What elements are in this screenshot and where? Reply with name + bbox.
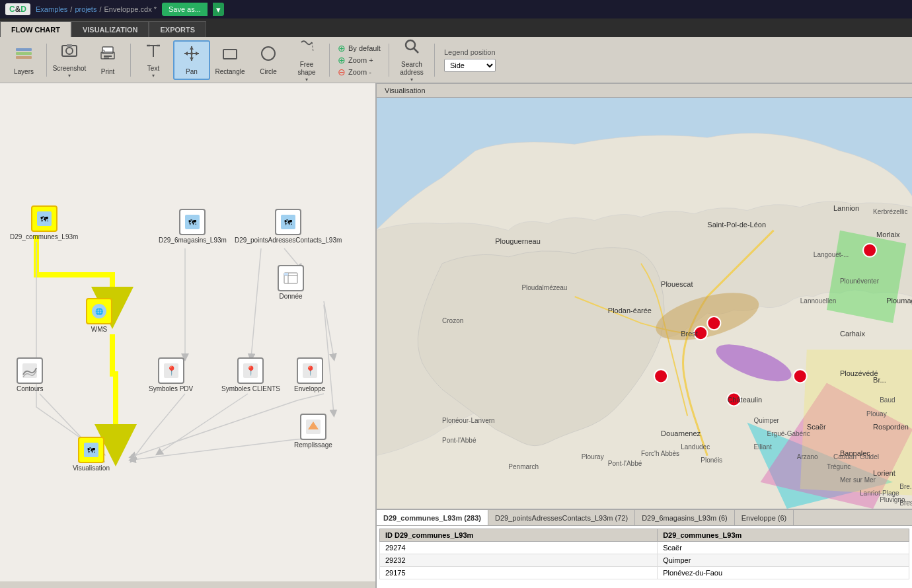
row-id: 29274 (380, 542, 658, 554)
bydefault-button[interactable]: ⊕ By default (338, 43, 381, 54)
row-name: Plonévez-du-Faou (658, 567, 909, 579)
svg-marker-20 (196, 52, 199, 55)
data-tab-enveloppe[interactable]: Enveloppe (6) (735, 510, 794, 525)
text-label: Text (147, 65, 159, 73)
svg-text:Ploumagoar: Ploumagoar (886, 297, 912, 305)
svg-point-58 (654, 369, 667, 383)
flowchart-canvas[interactable]: 🗺 D29_communes_L93m 🌐 WMS 🗺 D29_6magasin… (0, 83, 375, 588)
data-tab-points[interactable]: D29_pointsAdressesContacts_L93m (72) (488, 510, 635, 525)
svg-text:Elliant: Elliant (754, 443, 772, 451)
node-d29communes[interactable]: 🗺 D29_communes_L93m (10, 205, 78, 240)
svg-text:🌐: 🌐 (95, 307, 104, 316)
nav-examples[interactable]: Examples (36, 5, 67, 13)
searchaddress-arrow: ▾ (410, 77, 413, 83)
svg-rect-5 (67, 44, 72, 47)
zoomin-button[interactable]: ⊕ Zoom + (338, 55, 381, 65)
data-tab-magasins[interactable]: D29_6magasins_L93m (6) (635, 510, 735, 525)
node-contours-label: Contours (17, 385, 44, 392)
svg-text:📍: 📍 (304, 365, 316, 377)
node-symbolesPDV[interactable]: 📍 Symboles PDV (149, 357, 193, 392)
map-panel: Visualisation (377, 83, 912, 588)
svg-text:Lannouellen: Lannouellen (800, 297, 837, 305)
node-wms[interactable]: 🌐 WMS (86, 298, 112, 333)
node-donnee-label: Donnée (279, 293, 302, 300)
save-dropdown-button[interactable]: ▾ (213, 3, 224, 16)
node-remplissage[interactable]: Remplissage (294, 414, 332, 449)
svg-text:Plouguerneau: Plouguerneau (495, 237, 541, 245)
node-symbolesClients[interactable]: 📍 Symboles CLIENTS (221, 357, 280, 392)
data-table: ID D29_communes_L93m D29_communes_L93m 2… (377, 526, 912, 588)
svg-text:Pont-l'Abbé: Pont-l'Abbé (608, 460, 642, 467)
zoomin-label: Zoom + (348, 56, 373, 64)
legend-position-select[interactable]: SideTopBottomNone (444, 59, 496, 72)
flowchart-scrollbar[interactable] (0, 581, 375, 588)
zoomout-label: Zoom - (348, 68, 371, 76)
rectangle-label: Rectangle (215, 68, 245, 76)
pan-button[interactable]: Pan (173, 40, 210, 80)
table-row[interactable]: 29175 Plonévez-du-Faou (380, 567, 909, 579)
map-svg: Morlaix Saint-Pol-de-Léon Plouescat Plod… (377, 98, 912, 509)
node-d29magasins-label: D29_6magasins_L93m (159, 237, 227, 244)
svg-point-4 (66, 48, 73, 54)
print-icon (98, 44, 117, 67)
svg-text:Bre...: Bre... (899, 483, 912, 490)
data-tab-communes[interactable]: D29_communes_L93m (283) (377, 510, 488, 525)
tab-flowchart[interactable]: FLOW CHART (0, 21, 71, 37)
node-wms-label: WMS (91, 326, 107, 333)
svg-text:Crozon: Crozon (442, 317, 463, 324)
svg-text:Ergué-Gabéric: Ergué-Gabéric (767, 430, 810, 437)
text-button[interactable]: Text ▾ (135, 40, 172, 80)
svg-point-23 (262, 47, 275, 60)
circle-button[interactable]: Circle (250, 40, 287, 80)
print-button[interactable]: Print (89, 40, 126, 80)
row-id: 29175 (380, 567, 658, 579)
pan-label: Pan (186, 68, 198, 76)
svg-text:Pont-l'Abbé: Pont-l'Abbé (442, 437, 476, 444)
svg-text:Plouray: Plouray (582, 453, 604, 460)
main-content: 🗺 D29_communes_L93m 🌐 WMS 🗺 D29_6magasin… (0, 83, 912, 588)
svg-text:Saint-Pol-de-Léon: Saint-Pol-de-Léon (707, 221, 766, 229)
node-symbolesPDV-label: Symboles PDV (149, 385, 193, 392)
freeshape-button[interactable]: Free shape ▾ (288, 40, 325, 80)
save-button[interactable]: Save as... (162, 3, 208, 16)
svg-rect-22 (223, 50, 237, 59)
node-contours[interactable]: Contours (17, 357, 44, 392)
table-row[interactable]: 29274 Scaër (380, 542, 909, 554)
svg-point-57 (707, 316, 720, 330)
tab-visualization[interactable]: VISUALIZATION (71, 21, 149, 37)
node-visualisation-label: Visualisation (73, 464, 110, 472)
node-d29magasins[interactable]: 🗺 D29_6magasins_L93m (159, 209, 227, 244)
node-donnee[interactable]: Donnée (278, 265, 304, 300)
table-row[interactable]: 29232 Quimper (380, 554, 909, 567)
visualisation-tab[interactable]: Visualisation (377, 83, 912, 98)
node-symbolesClients-label: Symboles CLIENTS (221, 385, 280, 392)
data-panel: D29_communes_L93m (283) D29_pointsAdress… (377, 509, 912, 588)
searchaddress-button[interactable]: Search address ▾ (393, 40, 430, 80)
pan-icon (182, 44, 201, 67)
node-visualisation[interactable]: 🗺 Visualisation (73, 437, 110, 472)
svg-text:📍: 📍 (245, 365, 257, 377)
node-enveloppe[interactable]: 📍 Enveloppe (294, 357, 325, 392)
svg-text:Caudan: Caudan (833, 453, 856, 460)
bydefault-icon: ⊕ (338, 43, 346, 54)
layers-button[interactable]: Layers (5, 40, 42, 80)
rectangle-button[interactable]: Rectangle (211, 40, 248, 80)
row-name: Quimper (658, 554, 909, 567)
tab-exports[interactable]: EXPORTS (149, 21, 206, 37)
svg-text:Guidel: Guidel (860, 453, 879, 460)
zoomin-icon: ⊕ (338, 55, 346, 65)
svg-text:Br...: Br... (873, 376, 886, 384)
sep2 (130, 44, 131, 77)
svg-rect-9 (104, 57, 109, 59)
node-d29points[interactable]: 🗺 D29_pointsAdressesContacts_L93m (235, 209, 342, 244)
screenshot-button[interactable]: Screenshot ▾ (51, 40, 88, 80)
nav-projets[interactable]: projets (75, 5, 96, 13)
screenshot-label: Screenshot (53, 65, 87, 73)
svg-rect-10 (102, 50, 104, 52)
zoomout-button[interactable]: ⊖ Zoom - (338, 67, 381, 77)
map-view[interactable]: Morlaix Saint-Pol-de-Léon Plouescat Plod… (377, 98, 912, 509)
screenshot-arrow: ▾ (68, 73, 71, 79)
circle-icon (259, 44, 278, 67)
svg-text:Landudec: Landudec (681, 443, 710, 451)
bydefault-label: By default (348, 44, 381, 52)
